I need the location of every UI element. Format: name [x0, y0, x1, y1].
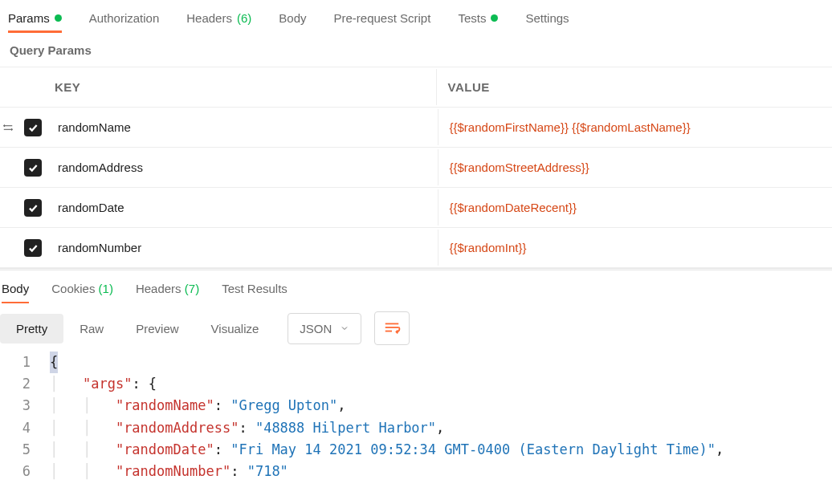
tab-label: Headers [136, 282, 181, 295]
line-number: 3 [0, 395, 50, 417]
view-raw-button[interactable]: Raw [63, 314, 120, 343]
row-checkbox[interactable] [16, 199, 50, 217]
tab-label: Authorization [89, 11, 160, 25]
tab-tests[interactable]: Tests [458, 6, 498, 33]
param-value-input[interactable]: {{$randomInt}} [438, 230, 833, 266]
column-header-value: VALUE [437, 69, 833, 105]
view-pretty-button[interactable]: Pretty [0, 314, 63, 343]
param-key-input[interactable]: randomAddress [50, 149, 438, 185]
line-number: 6 [0, 461, 50, 482]
tab-label: Body [2, 282, 29, 295]
param-key-input[interactable]: randomDate [50, 189, 438, 226]
resp-tab-cookies[interactable]: Cookies (1) [51, 278, 113, 303]
code-text: │ │ "randomName": "Gregg Upton", [50, 395, 346, 417]
code-line: 2 │ "args": { [0, 373, 832, 395]
tab-label: Params [8, 11, 50, 25]
tab-count: (7) [185, 282, 199, 295]
code-text: │ │ "randomNumber": "718" [50, 461, 288, 482]
response-body-code[interactable]: 1 { 2 │ "args": { 3 │ │ "randomName": "G… [0, 352, 832, 482]
code-text: │ │ "randomDate": "Fri May 14 2021 09:52… [50, 439, 724, 461]
tab-label: Cookies [51, 282, 95, 295]
line-number: 5 [0, 439, 50, 461]
code-line: 5 │ │ "randomDate": "Fri May 14 2021 09:… [0, 439, 832, 461]
view-visualize-button[interactable]: Visualize [195, 314, 275, 343]
tab-label: Pre-request Script [334, 11, 431, 25]
view-preview-button[interactable]: Preview [120, 314, 194, 343]
line-number: 2 [0, 373, 50, 395]
param-value-input[interactable]: {{$randomDateRecent}} [438, 189, 833, 226]
tab-label: Test Results [222, 282, 288, 295]
tab-label: Tests [458, 11, 486, 25]
column-header-key: KEY [0, 69, 437, 105]
tab-label: Settings [525, 11, 569, 25]
code-line: 1 { [0, 352, 832, 373]
code-line: 6 │ │ "randomNumber": "718" [0, 461, 832, 482]
param-value-input[interactable]: {{$randomStreetAddress}} [438, 149, 833, 185]
tab-count: (6) [237, 11, 251, 25]
table-row[interactable]: randomDate {{$randomDateRecent}} [0, 188, 832, 228]
resp-tab-body[interactable]: Body [2, 278, 29, 303]
row-checkbox[interactable] [16, 159, 50, 177]
checkbox-checked-icon [24, 119, 42, 136]
checkbox-checked-icon [24, 159, 42, 177]
view-mode-segment: Pretty Raw Preview Visualize [0, 314, 275, 343]
code-text: │ │ "randomAddress": "48888 Hilpert Harb… [50, 417, 444, 439]
param-value-input[interactable]: {{$randomFirstName}} {{$randomLastName}} [438, 109, 833, 145]
tab-headers[interactable]: Headers (6) [186, 6, 251, 33]
line-number: 4 [0, 417, 50, 439]
code-line: 4 │ │ "randomAddress": "48888 Hilpert Ha… [0, 417, 832, 439]
format-dropdown[interactable]: JSON [288, 313, 361, 344]
param-key-input[interactable]: randomNumber [50, 230, 438, 266]
tab-body[interactable]: Body [279, 6, 306, 33]
tab-params[interactable]: Params [8, 6, 62, 33]
table-row[interactable]: randomAddress {{$randomStreetAddress}} [0, 148, 832, 188]
response-tabs: Body Cookies (1) Headers (7) Test Result… [0, 270, 832, 303]
resp-tab-headers[interactable]: Headers (7) [136, 278, 199, 303]
chevron-down-icon [340, 322, 349, 335]
param-key-input[interactable]: randomName [50, 109, 438, 145]
code-text: { [50, 352, 58, 373]
table-row[interactable]: randomName {{$randomFirstName}} {{$rando… [0, 108, 832, 148]
tab-authorization[interactable]: Authorization [89, 6, 160, 33]
table-row[interactable]: randomNumber {{$randomInt}} [0, 228, 832, 268]
code-text: │ "args": { [50, 373, 157, 395]
wrap-lines-button[interactable] [374, 311, 410, 345]
checkbox-checked-icon [24, 239, 42, 257]
tab-label: Headers [186, 11, 232, 25]
tab-prerequest[interactable]: Pre-request Script [334, 6, 431, 33]
status-dot-icon [491, 14, 498, 22]
tab-settings[interactable]: Settings [525, 6, 569, 33]
params-table: KEY VALUE randomName {{$randomFirstName}… [0, 67, 832, 268]
line-number: 1 [0, 352, 50, 373]
tab-label: Body [279, 11, 306, 25]
tab-count: (1) [99, 282, 113, 295]
wrap-icon [383, 319, 401, 339]
dropdown-label: JSON [300, 322, 332, 335]
status-dot-icon [55, 14, 62, 22]
drag-handle-icon[interactable] [0, 122, 16, 133]
table-header-row: KEY VALUE [0, 67, 832, 108]
section-title: Query Params [0, 34, 832, 67]
row-checkbox[interactable] [16, 239, 50, 257]
resp-tab-test-results[interactable]: Test Results [222, 278, 288, 303]
code-line: 3 │ │ "randomName": "Gregg Upton", [0, 395, 832, 417]
checkbox-checked-icon [24, 199, 42, 217]
request-tabs: Params Authorization Headers (6) Body Pr… [0, 0, 832, 34]
row-checkbox[interactable] [16, 119, 50, 136]
view-mode-bar: Pretty Raw Preview Visualize JSON [0, 303, 832, 352]
